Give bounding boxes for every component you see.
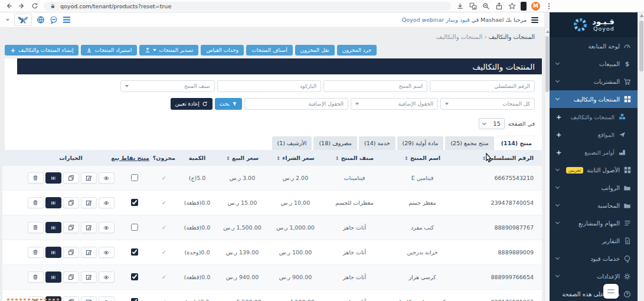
product-category-select[interactable]: صنف المنتج: [120, 80, 215, 92]
content-scrollbar[interactable]: [544, 28, 550, 301]
duplicate-button[interactable]: [63, 172, 79, 184]
sidebar-item-salaries[interactable]: الرواتب: [550, 179, 638, 197]
header-purchase-price[interactable]: سعر الشراء ↕: [267, 150, 323, 166]
pos-checkbox[interactable]: [131, 248, 138, 256]
sidebar-subitem-locations[interactable]: المواقع +: [550, 126, 638, 143]
zoom-out-icon[interactable]: [482, 2, 490, 10]
duplicate-button[interactable]: [63, 222, 79, 233]
reset-button[interactable]: إعادة تعيين: [171, 98, 213, 110]
back-icon[interactable]: [5, 2, 13, 10]
scrollbar-thumb[interactable]: [545, 36, 549, 92]
sidebar-subitem-manufacturing-orders[interactable]: أوامر التصنيع +: [550, 143, 638, 161]
download-icon[interactable]: [456, 2, 464, 10]
chat-bubble-icon[interactable]: [50, 16, 58, 24]
header-serial[interactable]: الرقم التسلسلي ↕: [459, 150, 542, 166]
edit-button[interactable]: [81, 222, 97, 233]
product-categories-button[interactable]: أصناف المنتجات: [246, 45, 293, 55]
view-button[interactable]: [99, 197, 115, 208]
chevron-down-icon[interactable]: [6, 19, 9, 21]
list-icon[interactable]: [63, 16, 71, 24]
units-of-measure-button[interactable]: وحدات القياس: [201, 45, 244, 55]
barcode-button[interactable]: [45, 271, 61, 283]
delete-button[interactable]: [28, 222, 44, 233]
header-product-name[interactable]: اسم المنتج ↕: [385, 150, 459, 166]
sidebar-item-accounting[interactable]: المحاسبة: [550, 197, 638, 214]
tab[interactable]: منتج (114): [496, 136, 537, 150]
address-bar[interactable]: qoyod.com/tenant/products?reset=true: [44, 2, 451, 11]
tenant-logo-butterfly[interactable]: [14, 14, 32, 26]
tab[interactable]: الأرشيف (1): [272, 136, 312, 150]
barcode-button[interactable]: [45, 197, 61, 208]
tab[interactable]: مصروف (18): [313, 136, 357, 150]
delete-button[interactable]: [28, 247, 44, 258]
edit-button[interactable]: [81, 271, 97, 283]
inventory-count-button[interactable]: جرد المخزون: [337, 45, 377, 55]
qoyod-logo[interactable]: قـيـودQoyod: [550, 12, 638, 37]
per-page-select[interactable]: 15: [479, 118, 505, 129]
delete-button[interactable]: [28, 197, 44, 208]
plus-icon[interactable]: +: [556, 149, 561, 156]
tab[interactable]: منتج مجمع (25): [445, 136, 493, 150]
sidebar-item-qoyod-services[interactable]: خدمات قيود: [550, 250, 638, 267]
tab[interactable]: مادة أولية (29): [397, 136, 444, 150]
extra-fields-input[interactable]: [244, 98, 348, 110]
plus-icon[interactable]: +: [556, 131, 561, 139]
view-button[interactable]: [99, 247, 115, 258]
duplicate-button[interactable]: [63, 197, 79, 208]
duplicate-button[interactable]: [63, 247, 79, 258]
transfer-inventory-button[interactable]: نقل المخزون: [295, 45, 335, 55]
search-button[interactable]: بحث: [215, 98, 242, 110]
edit-button[interactable]: [81, 172, 97, 184]
duplicate-button[interactable]: [63, 271, 79, 283]
tab[interactable]: خدمة (14): [359, 136, 395, 150]
pos-checkbox[interactable]: [131, 298, 138, 301]
edit-button[interactable]: [81, 197, 97, 208]
forward-icon[interactable]: [18, 2, 26, 10]
menu-toggle-icon[interactable]: [531, 17, 538, 23]
sidebar-item-reports[interactable]: التقارير: [550, 232, 638, 250]
sidebar-item-settings[interactable]: الإعدادات: [550, 267, 638, 285]
reload-icon[interactable]: [31, 2, 39, 10]
scrollbar-thumb[interactable]: [639, 21, 643, 71]
breadcrumb-section[interactable]: المنتجات والتكاليف: [489, 34, 535, 40]
barcode-input[interactable]: [217, 80, 321, 92]
sidebar-item-sales[interactable]: $ المبيعات: [550, 55, 638, 73]
import-products-button[interactable]: استيراد المنتجات: [81, 45, 137, 55]
header-category[interactable]: صنف المنتج ↕: [323, 150, 385, 166]
chat-launcher[interactable]: [603, 284, 619, 299]
globe-icon[interactable]: [37, 16, 45, 24]
header-sell-price[interactable]: سعر البيع ↕: [217, 150, 267, 166]
delete-button[interactable]: [28, 172, 44, 184]
sidebar-item-tasks-projects[interactable]: المهام والمشاريع: [550, 214, 638, 232]
device-icon[interactable]: [521, 2, 527, 11]
pos-checkbox[interactable]: [131, 199, 138, 206]
export-products-button[interactable]: تصدير المنتجات: [139, 45, 198, 55]
share-icon[interactable]: [495, 2, 503, 10]
translate-icon[interactable]: [469, 2, 477, 10]
sidebar-item-products-costs[interactable]: المنتجات والتكاليف: [550, 90, 638, 108]
view-button[interactable]: [99, 296, 115, 301]
browser-menu-icon[interactable]: [545, 2, 553, 10]
create-product-button[interactable]: إنشاء المنتجات والتكاليف+: [5, 45, 79, 55]
plus-icon[interactable]: +: [556, 113, 561, 121]
sidebar-item-page-help[interactable]: تعرف على هذه الصفحة: [550, 285, 638, 301]
all-products-select[interactable]: كل المنتجات: [440, 98, 535, 110]
profile-avatar[interactable]: M: [531, 2, 540, 11]
serial-number-input[interactable]: [430, 80, 535, 92]
sidebar-item-fixed-assets[interactable]: الأصول الثابتة تجريبي: [550, 161, 638, 179]
barcode-button[interactable]: [45, 247, 61, 258]
delete-button[interactable]: [28, 271, 44, 283]
product-name-input[interactable]: [323, 80, 427, 92]
sidebar-item-purchases[interactable]: المشتريات: [550, 73, 638, 90]
extra-fields-select[interactable]: الحقول الإضافية: [351, 98, 438, 110]
sidebar-item-dashboard[interactable]: لوحة المتابعة: [550, 37, 638, 55]
pos-checkbox[interactable]: [131, 174, 138, 181]
scroll-up-icon[interactable]: [640, 14, 643, 17]
barcode-button[interactable]: [45, 222, 61, 233]
barcode-button[interactable]: [45, 172, 61, 184]
duplicate-button[interactable]: [63, 296, 79, 301]
view-button[interactable]: [99, 271, 115, 283]
header-pos-product[interactable]: منتج نقاط بيع: [118, 150, 151, 166]
view-button[interactable]: [99, 172, 115, 184]
browser-scrollbar[interactable]: [638, 12, 644, 301]
